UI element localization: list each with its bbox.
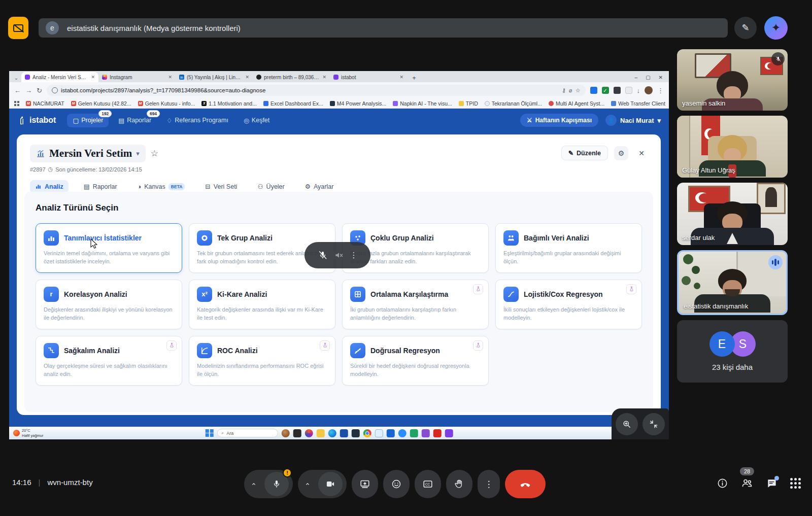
address-bar[interactable]: istabot.com/projects/2897/analysis?_t=17…	[47, 85, 586, 96]
raise-hand-button[interactable]	[446, 470, 472, 498]
bookmark-item[interactable]: Tekrarlanan Ölçüml...	[485, 100, 542, 107]
new-tab-button[interactable]: +	[410, 74, 418, 82]
tab-analiz[interactable]: Analiz	[30, 180, 69, 193]
favorite-star-icon[interactable]: ☆	[151, 148, 158, 159]
bookmark-item[interactable]: Napkin AI - The visu...	[393, 100, 452, 107]
camera-options-chevron[interactable]	[298, 480, 317, 488]
taskbar-app-icon[interactable]	[316, 429, 324, 437]
browser-tab[interactable]: Instagram ✕	[98, 72, 176, 82]
bookmark-folder[interactable]: TPID	[459, 100, 478, 107]
minimize-presentation-button[interactable]	[642, 413, 665, 435]
zoom-in-button[interactable]	[616, 413, 638, 435]
card-ki-kare-analizi[interactable]: x² Ki-Kare Analizi Kategorik değişkenler…	[189, 280, 335, 329]
istabot-logo[interactable]: istabot	[17, 116, 56, 125]
nav-kesfet[interactable]: ◎ Keşfet	[238, 114, 275, 127]
card-ortalama-karsilastirma[interactable]: Ortalama Karşılaştırma İki grubun ortala…	[342, 280, 489, 329]
bookmark-star-icon[interactable]: ☆	[576, 87, 581, 94]
card-tanimlayici-istatistikler[interactable]: Tanımlayıcı İstatistikler Verinizin teme…	[36, 223, 182, 273]
taskbar-weather[interactable]: 20°CHafif yağmur	[13, 428, 44, 438]
people-panel-button[interactable]: 28	[741, 477, 753, 489]
taskbar-chrome-icon[interactable]	[363, 429, 371, 437]
reactions-button[interactable]	[383, 470, 410, 498]
taskbar-app-icon[interactable]	[421, 429, 429, 437]
end-call-button[interactable]	[505, 470, 546, 498]
more-options-button[interactable]: ⋮	[478, 470, 500, 498]
passwords-icon[interactable]: ⚷	[562, 87, 566, 94]
camera-control[interactable]	[298, 470, 347, 498]
taskbar-app-icon[interactable]	[386, 429, 394, 437]
bookmark-item[interactable]: M4 Power Analysis...	[330, 100, 386, 107]
downloads-icon[interactable]: ↓	[637, 87, 640, 94]
bookmark-item[interactable]: X1.1 Motivation and...	[201, 100, 257, 107]
extensions-puzzle-icon[interactable]	[625, 87, 632, 94]
nav-referans[interactable]: ♢ Referans Programı	[161, 114, 234, 127]
volume-off-icon[interactable]	[334, 250, 344, 260]
extension-icon[interactable]	[614, 87, 621, 94]
taskbar-app-icon[interactable]	[433, 429, 441, 437]
tab-search-icon[interactable]: ⌄	[11, 73, 21, 82]
card-lojistik-cox-regresyon[interactable]: Lojistik/Cox Regresyon İkili sonuçları e…	[495, 280, 642, 329]
bookmark-item[interactable]: Excel Dashboard Ex...	[263, 100, 323, 107]
presenter-bar[interactable]: e eistatistik danışmanlık (Medya gösterm…	[39, 18, 728, 38]
participant-tile[interactable]: yasemin salkin	[677, 49, 788, 111]
taskbar-app-icon[interactable]	[398, 429, 406, 437]
browser-tab[interactable]: in (5) Yayınla | Akış | LinkedIn ✕	[176, 72, 253, 82]
annotate-button[interactable]: ✎	[734, 17, 757, 39]
browser-tab[interactable]: preterm birth – 89,036 – Web o ✕	[253, 72, 330, 82]
nav-projeler[interactable]: ▢ Projeler 192	[67, 114, 109, 127]
extension-icon[interactable]	[590, 87, 597, 94]
tab-veri-seti[interactable]: ⊟Veri Seti	[200, 180, 242, 193]
participant-tile-speaking[interactable]: eistatistik danışmanlık	[677, 250, 788, 315]
taskbar-app-icon[interactable]	[328, 429, 336, 437]
tab-close-icon[interactable]: ✕	[399, 75, 403, 80]
card-sagkalim-analizi[interactable]: Sağkalım Analizi Olay gerçekleşme süresi…	[36, 336, 182, 386]
tab-close-icon[interactable]: ✕	[245, 75, 249, 80]
close-window-icon[interactable]: ✕	[659, 75, 663, 80]
taskbar-app-icon[interactable]	[340, 429, 348, 437]
card-bagimli-veri-analizi[interactable]: Bağımlı Veri Analizi Eşleştirilmiş/bağım…	[495, 223, 642, 273]
stop-presenting-button[interactable]	[8, 17, 28, 39]
browser-tab[interactable]: istabot ✕	[330, 72, 407, 82]
present-button[interactable]	[352, 470, 378, 498]
camera-button[interactable]	[318, 472, 343, 496]
bookmark-item[interactable]: MGelen Kutusu - info...	[138, 100, 195, 107]
card-roc-analizi[interactable]: ROC Analizi Modelinizin sınıflandırma pe…	[189, 336, 335, 386]
project-title-selector[interactable]: Mersin Veri Setim ▾	[30, 145, 146, 162]
card-korelasyon-analizi[interactable]: r Korelasyon Analizi Değişkenler arasınd…	[36, 280, 182, 329]
card-dogrusal-regresyon[interactable]: Doğrusal Regresyon Sürekli bir hedef değ…	[342, 336, 489, 386]
back-icon[interactable]: ←	[14, 87, 21, 94]
browser-menu-icon[interactable]: ⋮	[657, 87, 664, 94]
tab-kanvas[interactable]: ◑KanvasBETA	[132, 180, 190, 193]
more-options-icon[interactable]: ⋮	[350, 251, 358, 260]
chat-panel-button[interactable]	[766, 477, 777, 489]
privacy-eye-icon[interactable]: ⌀	[569, 87, 572, 94]
minimize-icon[interactable]: –	[635, 75, 638, 80]
taskbar-app-icon[interactable]	[445, 429, 453, 437]
windows-start-icon[interactable]	[206, 429, 214, 437]
tab-ayarlar[interactable]: ⚙Ayarlar	[300, 180, 339, 193]
tab-uyeler[interactable]: ⚇Üyeler	[252, 180, 289, 193]
more-participants-tile[interactable]: E S 23 kişi daha	[677, 320, 788, 383]
user-menu[interactable]: 👤 Naci Murat ▾	[605, 115, 661, 126]
bookmark-item[interactable]: MNACİMURAT	[26, 100, 64, 107]
taskbar-app-icon[interactable]	[410, 429, 418, 437]
captions-button[interactable]: CC	[415, 470, 441, 498]
bookmark-item[interactable]: MGelen Kutusu (42.82...	[71, 100, 131, 107]
taskbar-app-icon[interactable]	[304, 429, 313, 437]
project-settings-button[interactable]: ⚙	[614, 146, 628, 160]
forward-icon[interactable]: →	[25, 87, 32, 94]
taskbar-app-icon[interactable]	[351, 429, 359, 437]
site-info-icon[interactable]	[52, 87, 58, 93]
info-panel-button[interactable]	[717, 477, 728, 489]
week-battle-button[interactable]: ⚔ Haftanın Kapışması	[520, 114, 598, 127]
gemini-button[interactable]: ✦	[764, 16, 788, 40]
close-modal-button[interactable]: ✕	[634, 146, 649, 160]
taskbar-app-icon[interactable]	[293, 429, 301, 437]
tab-close-icon[interactable]: ✕	[322, 75, 326, 80]
mic-options-chevron[interactable]	[244, 480, 263, 488]
taskbar-search[interactable]: ⌕ Ara	[217, 429, 278, 437]
extension-check-icon[interactable]: ✓	[602, 87, 609, 94]
participant-tile[interactable]: Gülay Altun Uğraş	[677, 116, 788, 178]
mic-off-icon[interactable]	[318, 250, 328, 260]
tab-raporlar[interactable]: ▤Raporlar	[79, 180, 122, 193]
